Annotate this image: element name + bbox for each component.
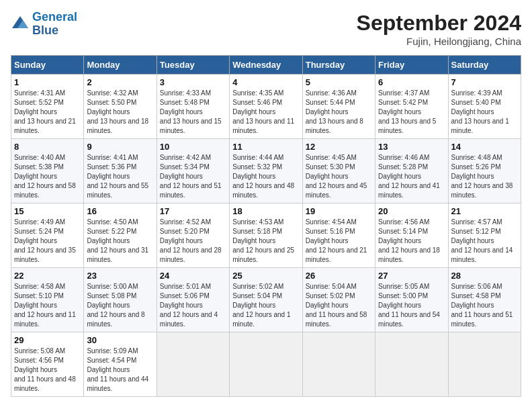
title-block: September 2024 Fujin, Heilongjiang, Chin… xyxy=(357,11,521,47)
calendar-cell: 28 Sunrise: 5:06 AM Sunset: 4:58 PM Dayl… xyxy=(448,268,521,332)
day-info: Sunrise: 5:08 AM Sunset: 4:56 PM Dayligh… xyxy=(14,347,81,394)
calendar-cell: 12 Sunrise: 4:45 AM Sunset: 5:30 PM Dayl… xyxy=(302,139,375,203)
day-number: 21 xyxy=(451,206,518,216)
day-info: Sunrise: 5:09 AM Sunset: 4:54 PM Dayligh… xyxy=(87,347,153,394)
day-number: 14 xyxy=(451,142,518,152)
col-friday: Friday xyxy=(375,56,448,75)
col-tuesday: Tuesday xyxy=(157,56,229,75)
day-info: Sunrise: 4:32 AM Sunset: 5:50 PM Dayligh… xyxy=(87,89,153,136)
day-number: 13 xyxy=(378,142,445,152)
day-number: 15 xyxy=(14,206,81,216)
calendar-week-5: 29 Sunrise: 5:08 AM Sunset: 4:56 PM Dayl… xyxy=(11,332,521,397)
day-info: Sunrise: 5:06 AM Sunset: 4:58 PM Dayligh… xyxy=(451,282,518,329)
calendar-cell: 16 Sunrise: 4:50 AM Sunset: 5:22 PM Dayl… xyxy=(84,203,157,268)
day-info: Sunrise: 4:57 AM Sunset: 5:12 PM Dayligh… xyxy=(451,218,518,265)
day-info: Sunrise: 5:00 AM Sunset: 5:08 PM Dayligh… xyxy=(87,282,153,329)
calendar-cell: 7 Sunrise: 4:39 AM Sunset: 5:40 PM Dayli… xyxy=(448,75,521,139)
calendar-cell xyxy=(230,332,302,397)
calendar-cell: 21 Sunrise: 4:57 AM Sunset: 5:12 PM Dayl… xyxy=(448,203,521,268)
col-thursday: Thursday xyxy=(302,56,375,75)
logo-general: General xyxy=(32,10,77,24)
calendar-cell: 15 Sunrise: 4:49 AM Sunset: 5:24 PM Dayl… xyxy=(11,203,84,268)
calendar-cell: 3 Sunrise: 4:33 AM Sunset: 5:48 PM Dayli… xyxy=(157,75,229,139)
day-number: 28 xyxy=(451,271,518,281)
calendar-cell: 24 Sunrise: 5:01 AM Sunset: 5:06 PM Dayl… xyxy=(157,268,229,332)
calendar-week-1: 1 Sunrise: 4:31 AM Sunset: 5:52 PM Dayli… xyxy=(11,75,521,139)
day-info: Sunrise: 4:53 AM Sunset: 5:18 PM Dayligh… xyxy=(232,218,299,265)
logo-icon xyxy=(11,15,30,34)
calendar-cell: 6 Sunrise: 4:37 AM Sunset: 5:42 PM Dayli… xyxy=(375,75,448,139)
day-info: Sunrise: 4:35 AM Sunset: 5:46 PM Dayligh… xyxy=(232,89,299,136)
calendar-cell: 20 Sunrise: 4:56 AM Sunset: 5:14 PM Dayl… xyxy=(375,203,448,268)
day-number: 1 xyxy=(14,77,81,87)
day-info: Sunrise: 4:41 AM Sunset: 5:36 PM Dayligh… xyxy=(87,153,153,200)
calendar-cell xyxy=(157,332,229,397)
calendar-table: Sunday Monday Tuesday Wednesday Thursday… xyxy=(11,55,521,397)
day-info: Sunrise: 4:54 AM Sunset: 5:16 PM Dayligh… xyxy=(306,218,372,265)
day-number: 8 xyxy=(14,142,81,152)
col-saturday: Saturday xyxy=(448,56,521,75)
day-number: 22 xyxy=(14,271,81,281)
calendar-cell: 2 Sunrise: 4:32 AM Sunset: 5:50 PM Dayli… xyxy=(84,75,157,139)
day-info: Sunrise: 4:48 AM Sunset: 5:26 PM Dayligh… xyxy=(451,153,518,200)
calendar-cell xyxy=(302,332,375,397)
day-info: Sunrise: 4:33 AM Sunset: 5:48 PM Dayligh… xyxy=(160,89,226,136)
day-info: Sunrise: 4:58 AM Sunset: 5:10 PM Dayligh… xyxy=(14,282,81,329)
calendar-cell: 4 Sunrise: 4:35 AM Sunset: 5:46 PM Dayli… xyxy=(230,75,302,139)
calendar-cell: 13 Sunrise: 4:46 AM Sunset: 5:28 PM Dayl… xyxy=(375,139,448,203)
day-info: Sunrise: 4:44 AM Sunset: 5:32 PM Dayligh… xyxy=(232,153,299,200)
calendar-cell: 8 Sunrise: 4:40 AM Sunset: 5:38 PM Dayli… xyxy=(11,139,84,203)
location-subtitle: Fujin, Heilongjiang, China xyxy=(357,36,521,47)
calendar-cell: 1 Sunrise: 4:31 AM Sunset: 5:52 PM Dayli… xyxy=(11,75,84,139)
day-info: Sunrise: 5:01 AM Sunset: 5:06 PM Dayligh… xyxy=(160,282,226,329)
calendar-cell: 11 Sunrise: 4:44 AM Sunset: 5:32 PM Dayl… xyxy=(230,139,302,203)
day-info: Sunrise: 4:40 AM Sunset: 5:38 PM Dayligh… xyxy=(14,153,81,200)
day-info: Sunrise: 4:37 AM Sunset: 5:42 PM Dayligh… xyxy=(378,89,445,136)
calendar-cell: 23 Sunrise: 5:00 AM Sunset: 5:08 PM Dayl… xyxy=(84,268,157,332)
col-wednesday: Wednesday xyxy=(230,56,302,75)
calendar-cell: 14 Sunrise: 4:48 AM Sunset: 5:26 PM Dayl… xyxy=(448,139,521,203)
day-number: 9 xyxy=(87,142,153,152)
day-info: Sunrise: 5:02 AM Sunset: 5:04 PM Dayligh… xyxy=(232,282,299,329)
day-number: 20 xyxy=(378,206,445,216)
day-number: 2 xyxy=(87,77,153,87)
day-info: Sunrise: 4:45 AM Sunset: 5:30 PM Dayligh… xyxy=(306,153,372,200)
day-number: 19 xyxy=(306,206,372,216)
day-info: Sunrise: 4:36 AM Sunset: 5:44 PM Dayligh… xyxy=(306,89,372,136)
day-number: 18 xyxy=(232,206,299,216)
calendar-cell: 19 Sunrise: 4:54 AM Sunset: 5:16 PM Dayl… xyxy=(302,203,375,268)
day-number: 23 xyxy=(87,271,153,281)
month-title: September 2024 xyxy=(357,11,521,36)
calendar-cell: 5 Sunrise: 4:36 AM Sunset: 5:44 PM Dayli… xyxy=(302,75,375,139)
day-info: Sunrise: 5:04 AM Sunset: 5:02 PM Dayligh… xyxy=(306,282,372,329)
day-number: 4 xyxy=(232,77,299,87)
day-info: Sunrise: 4:50 AM Sunset: 5:22 PM Dayligh… xyxy=(87,218,153,265)
calendar-week-2: 8 Sunrise: 4:40 AM Sunset: 5:38 PM Dayli… xyxy=(11,139,521,203)
day-number: 30 xyxy=(87,335,153,345)
day-number: 25 xyxy=(232,271,299,281)
logo-blue: Blue xyxy=(32,24,58,37)
page-header: General Blue September 2024 Fujin, Heilo… xyxy=(11,11,521,47)
day-number: 3 xyxy=(160,77,226,87)
calendar-cell: 9 Sunrise: 4:41 AM Sunset: 5:36 PM Dayli… xyxy=(84,139,157,203)
day-info: Sunrise: 4:52 AM Sunset: 5:20 PM Dayligh… xyxy=(160,218,226,265)
day-info: Sunrise: 4:39 AM Sunset: 5:40 PM Dayligh… xyxy=(451,89,518,136)
day-number: 29 xyxy=(14,335,81,345)
calendar-cell: 17 Sunrise: 4:52 AM Sunset: 5:20 PM Dayl… xyxy=(157,203,229,268)
calendar-cell: 26 Sunrise: 5:04 AM Sunset: 5:02 PM Dayl… xyxy=(302,268,375,332)
day-number: 12 xyxy=(306,142,372,152)
calendar-cell: 22 Sunrise: 4:58 AM Sunset: 5:10 PM Dayl… xyxy=(11,268,84,332)
calendar-cell xyxy=(448,332,521,397)
calendar-cell: 25 Sunrise: 5:02 AM Sunset: 5:04 PM Dayl… xyxy=(230,268,302,332)
calendar-cell: 27 Sunrise: 5:05 AM Sunset: 5:00 PM Dayl… xyxy=(375,268,448,332)
day-info: Sunrise: 4:56 AM Sunset: 5:14 PM Dayligh… xyxy=(378,218,445,265)
day-info: Sunrise: 4:42 AM Sunset: 5:34 PM Dayligh… xyxy=(160,153,226,200)
day-info: Sunrise: 4:46 AM Sunset: 5:28 PM Dayligh… xyxy=(378,153,445,200)
calendar-week-4: 22 Sunrise: 4:58 AM Sunset: 5:10 PM Dayl… xyxy=(11,268,521,332)
calendar-cell: 10 Sunrise: 4:42 AM Sunset: 5:34 PM Dayl… xyxy=(157,139,229,203)
calendar-header-row: Sunday Monday Tuesday Wednesday Thursday… xyxy=(11,56,521,75)
calendar-cell xyxy=(375,332,448,397)
calendar-cell: 30 Sunrise: 5:09 AM Sunset: 4:54 PM Dayl… xyxy=(84,332,157,397)
day-info: Sunrise: 4:31 AM Sunset: 5:52 PM Dayligh… xyxy=(14,89,81,136)
day-number: 5 xyxy=(306,77,372,87)
